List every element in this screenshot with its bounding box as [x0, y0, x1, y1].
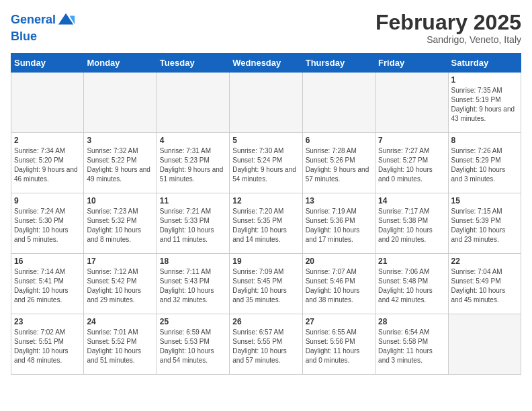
weekday-header-saturday: Saturday: [448, 54, 521, 73]
calendar-cell: 13Sunrise: 7:19 AM Sunset: 5:36 PM Dayli…: [302, 193, 375, 254]
day-info: Sunrise: 6:59 AM Sunset: 5:53 PM Dayligh…: [160, 328, 226, 365]
day-number: 14: [378, 196, 445, 205]
calendar-cell: 21Sunrise: 7:06 AM Sunset: 5:48 PM Dayli…: [375, 254, 448, 314]
day-info: Sunrise: 7:15 AM Sunset: 5:39 PM Dayligh…: [451, 207, 518, 244]
day-number: 26: [232, 317, 299, 326]
weekday-header-friday: Friday: [375, 54, 448, 73]
day-info: Sunrise: 7:06 AM Sunset: 5:48 PM Dayligh…: [378, 267, 445, 305]
calendar-cell: 5Sunrise: 7:30 AM Sunset: 5:24 PM Daylig…: [230, 133, 302, 193]
day-number: 28: [378, 317, 445, 326]
day-number: 20: [306, 257, 372, 266]
calendar-cell: 27Sunrise: 6:55 AM Sunset: 5:56 PM Dayli…: [302, 314, 375, 375]
calendar-cell: 15Sunrise: 7:15 AM Sunset: 5:39 PM Dayli…: [448, 193, 521, 254]
weekday-header-thursday: Thursday: [302, 54, 375, 73]
calendar-cell: 23Sunrise: 7:02 AM Sunset: 5:51 PM Dayli…: [11, 314, 84, 375]
calendar-cell: 10Sunrise: 7:23 AM Sunset: 5:32 PM Dayli…: [84, 193, 157, 254]
day-info: Sunrise: 6:54 AM Sunset: 5:58 PM Dayligh…: [378, 328, 445, 365]
day-info: Sunrise: 7:27 AM Sunset: 5:27 PM Dayligh…: [378, 146, 445, 184]
calendar-cell: 11Sunrise: 7:21 AM Sunset: 5:33 PM Dayli…: [157, 193, 229, 254]
day-number: 4: [160, 136, 226, 145]
day-info: Sunrise: 7:30 AM Sunset: 5:24 PM Dayligh…: [232, 146, 299, 184]
day-number: 16: [14, 257, 81, 266]
page-header: General Blue February 2025 Sandrigo, Ven…: [11, 11, 521, 45]
day-info: Sunrise: 7:26 AM Sunset: 5:29 PM Dayligh…: [451, 146, 518, 184]
day-info: Sunrise: 7:23 AM Sunset: 5:32 PM Dayligh…: [87, 207, 153, 244]
calendar-cell: 19Sunrise: 7:09 AM Sunset: 5:45 PM Dayli…: [230, 254, 302, 314]
day-info: Sunrise: 7:35 AM Sunset: 5:19 PM Dayligh…: [451, 86, 518, 124]
calendar-cell: 26Sunrise: 6:57 AM Sunset: 5:55 PM Dayli…: [230, 314, 302, 375]
day-number: 2: [14, 136, 81, 145]
day-number: 12: [232, 196, 299, 205]
day-info: Sunrise: 7:32 AM Sunset: 5:22 PM Dayligh…: [87, 146, 153, 184]
weekday-header-wednesday: Wednesday: [230, 54, 302, 73]
calendar-cell: [84, 73, 157, 133]
calendar-cell: 1Sunrise: 7:35 AM Sunset: 5:19 PM Daylig…: [448, 73, 521, 133]
day-info: Sunrise: 7:04 AM Sunset: 5:49 PM Dayligh…: [451, 267, 518, 305]
day-info: Sunrise: 7:14 AM Sunset: 5:41 PM Dayligh…: [14, 267, 81, 305]
logo: General Blue: [11, 11, 76, 44]
weekday-header-monday: Monday: [84, 54, 157, 73]
day-number: 27: [306, 317, 372, 326]
calendar-cell: 20Sunrise: 7:07 AM Sunset: 5:46 PM Dayli…: [302, 254, 375, 314]
day-info: Sunrise: 7:21 AM Sunset: 5:33 PM Dayligh…: [160, 207, 226, 244]
calendar-week-row: 9Sunrise: 7:24 AM Sunset: 5:30 PM Daylig…: [11, 193, 521, 254]
day-info: Sunrise: 7:19 AM Sunset: 5:36 PM Dayligh…: [306, 207, 372, 244]
calendar-cell: 7Sunrise: 7:27 AM Sunset: 5:27 PM Daylig…: [375, 133, 448, 193]
day-number: 23: [14, 317, 81, 326]
calendar-cell: 14Sunrise: 7:17 AM Sunset: 5:38 PM Dayli…: [375, 193, 448, 254]
calendar-cell: 6Sunrise: 7:28 AM Sunset: 5:26 PM Daylig…: [302, 133, 375, 193]
day-number: 17: [87, 257, 153, 266]
calendar-week-row: 1Sunrise: 7:35 AM Sunset: 5:19 PM Daylig…: [11, 73, 521, 133]
day-number: 3: [87, 136, 153, 145]
day-number: 21: [378, 257, 445, 266]
day-number: 8: [451, 136, 518, 145]
calendar-cell: [448, 314, 521, 375]
calendar-cell: 12Sunrise: 7:20 AM Sunset: 5:35 PM Dayli…: [230, 193, 302, 254]
calendar-cell: 18Sunrise: 7:11 AM Sunset: 5:43 PM Dayli…: [157, 254, 229, 314]
logo-blue-text: Blue: [11, 30, 76, 44]
day-info: Sunrise: 7:24 AM Sunset: 5:30 PM Dayligh…: [14, 207, 81, 244]
calendar-cell: 24Sunrise: 7:01 AM Sunset: 5:52 PM Dayli…: [84, 314, 157, 375]
day-number: 11: [160, 196, 226, 205]
calendar-cell: 28Sunrise: 6:54 AM Sunset: 5:58 PM Dayli…: [375, 314, 448, 375]
day-info: Sunrise: 7:12 AM Sunset: 5:42 PM Dayligh…: [87, 267, 153, 305]
calendar-table: SundayMondayTuesdayWednesdayThursdayFrid…: [11, 53, 521, 375]
calendar-week-row: 2Sunrise: 7:34 AM Sunset: 5:20 PM Daylig…: [11, 133, 521, 193]
day-info: Sunrise: 6:57 AM Sunset: 5:55 PM Dayligh…: [232, 328, 299, 365]
weekday-header-sunday: Sunday: [11, 54, 84, 73]
svg-marker-0: [58, 13, 73, 25]
day-info: Sunrise: 7:31 AM Sunset: 5:23 PM Dayligh…: [160, 146, 226, 184]
day-number: 22: [451, 257, 518, 266]
day-info: Sunrise: 7:02 AM Sunset: 5:51 PM Dayligh…: [14, 328, 81, 365]
day-number: 7: [378, 136, 445, 145]
calendar-cell: 4Sunrise: 7:31 AM Sunset: 5:23 PM Daylig…: [157, 133, 229, 193]
day-info: Sunrise: 7:20 AM Sunset: 5:35 PM Dayligh…: [232, 207, 299, 244]
calendar-cell: [302, 73, 375, 133]
location: Sandrigo, Veneto, Italy: [375, 34, 521, 45]
day-number: 9: [14, 196, 81, 205]
calendar-week-row: 16Sunrise: 7:14 AM Sunset: 5:41 PM Dayli…: [11, 254, 521, 314]
day-number: 19: [232, 257, 299, 266]
day-info: Sunrise: 7:34 AM Sunset: 5:20 PM Dayligh…: [14, 146, 81, 184]
calendar-week-row: 23Sunrise: 7:02 AM Sunset: 5:51 PM Dayli…: [11, 314, 521, 375]
day-number: 6: [306, 136, 372, 145]
calendar-cell: 22Sunrise: 7:04 AM Sunset: 5:49 PM Dayli…: [448, 254, 521, 314]
logo-text: General: [11, 13, 56, 28]
calendar-cell: 16Sunrise: 7:14 AM Sunset: 5:41 PM Dayli…: [11, 254, 84, 314]
day-number: 10: [87, 196, 153, 205]
calendar-cell: [157, 73, 229, 133]
day-number: 25: [160, 317, 226, 326]
calendar-cell: [230, 73, 302, 133]
day-info: Sunrise: 7:07 AM Sunset: 5:46 PM Dayligh…: [306, 267, 372, 305]
day-info: Sunrise: 7:11 AM Sunset: 5:43 PM Dayligh…: [160, 267, 226, 305]
weekday-header-tuesday: Tuesday: [157, 54, 229, 73]
day-info: Sunrise: 7:28 AM Sunset: 5:26 PM Dayligh…: [306, 146, 372, 184]
calendar-cell: [375, 73, 448, 133]
day-number: 18: [160, 257, 226, 266]
title-block: February 2025 Sandrigo, Veneto, Italy: [375, 11, 521, 45]
day-info: Sunrise: 7:01 AM Sunset: 5:52 PM Dayligh…: [87, 328, 153, 365]
calendar-cell: 3Sunrise: 7:32 AM Sunset: 5:22 PM Daylig…: [84, 133, 157, 193]
day-number: 5: [232, 136, 299, 145]
day-number: 13: [306, 196, 372, 205]
day-info: Sunrise: 7:17 AM Sunset: 5:38 PM Dayligh…: [378, 207, 445, 244]
